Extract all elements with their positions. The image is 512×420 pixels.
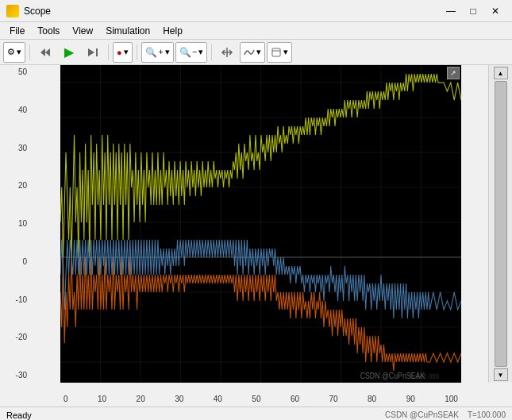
time-display: T=100.000 [468,410,506,419]
status-bar: Ready CSDN @CuPnSEAK T=100.000 [0,407,512,420]
minimize-button[interactable]: — [441,3,461,19]
x-label-80: 80 [368,395,376,403]
y-label-30: 30 [2,144,27,152]
toolbar: ⚙ ▾ ▶ ● ▾ 🔍 + ▾ 🔍 − ▾ [0,40,512,65]
rewind-icon [40,47,51,58]
x-label-60: 60 [291,395,299,403]
zoom-in-icon: 🔍 [145,47,157,58]
separator-4 [211,44,212,60]
svg-marker-1 [45,48,50,56]
scroll-up-button[interactable]: ▲ [494,67,508,79]
dropdown-arrow: ▾ [17,47,21,57]
title-controls[interactable]: — □ ✕ [441,3,506,19]
plot-area[interactable]: CSDN @CuPnSEAK T=100.000 ↗ [60,65,461,383]
step-button[interactable] [82,42,104,63]
x-label-40: 40 [214,395,222,403]
menu-help[interactable]: Help [156,25,189,37]
y-label-neg20: -20 [2,333,27,341]
y-label-neg10: -10 [2,296,27,304]
record-arrow: ▾ [124,47,129,57]
step-icon [87,47,98,58]
record-dropdown[interactable]: ● ▾ [113,42,133,63]
signal-plot: CSDN @CuPnSEAK T=100.000 [60,65,461,383]
y-label-0: 0 [2,258,27,266]
right-scrollbar: ▲ ▼ [488,65,512,383]
menu-file[interactable]: File [3,25,31,37]
y-label-20: 20 [2,182,27,190]
window-title: Scope [24,6,51,17]
tools-arrow: ▾ [283,47,288,57]
settings-dropdown[interactable]: ⚙ ▾ [3,42,25,63]
tools-icon [271,47,282,58]
zoom-arrow: ▾ [165,47,170,57]
status-info: CSDN @CuPnSEAK T=100.000 [385,410,506,419]
gear-icon: ⚙ [7,47,15,57]
zoom-out-arrow: ▾ [198,47,203,57]
menu-view[interactable]: View [66,25,99,37]
zoom-out-dropdown[interactable]: 🔍 − ▾ [175,42,208,63]
record-icon: ● [117,48,122,57]
y-axis-labels: 50 40 30 20 10 0 -10 -20 -30 [0,65,29,383]
title-bar: Scope — □ ✕ [0,0,512,22]
scroll-thumb[interactable] [495,81,507,367]
svg-marker-0 [40,48,45,56]
menu-bar: File Tools View Simulation Help [0,22,512,40]
signal-arrow: ▾ [256,47,261,57]
status-text: Ready [6,410,32,420]
zoom-out-icon: 🔍 [179,47,191,58]
x-label-50: 50 [252,395,260,403]
menu-tools[interactable]: Tools [31,25,66,37]
separator-1 [29,44,30,60]
menu-simulation[interactable]: Simulation [99,25,156,37]
y-label-50: 50 [2,68,27,76]
x-label-30: 30 [175,395,183,403]
svg-rect-3 [96,48,98,56]
scope-icon [6,5,19,17]
svg-marker-2 [88,48,94,56]
zoom-plus: + [159,48,164,56]
y-label-neg30: -30 [2,372,27,380]
separator-2 [108,44,109,60]
plot-container: 50 40 30 20 10 0 -10 -20 -30 [0,65,512,407]
scroll-down-button[interactable]: ▼ [494,368,508,381]
svg-text:T=100.000: T=100.000 [409,372,439,380]
zoom-minus: − [193,48,198,56]
signal-icon [244,47,255,58]
y-label-10: 10 [2,220,27,228]
x-label-20: 20 [137,395,145,403]
zoom-dropdown[interactable]: 🔍 + ▾ [141,42,174,63]
x-label-0: 0 [64,395,68,403]
y-label-40: 40 [2,106,27,114]
watermark-text: CSDN @CuPnSEAK [385,410,459,419]
close-button[interactable]: ✕ [485,3,506,19]
pan-button[interactable] [216,42,238,63]
x-label-100: 100 [445,395,458,403]
title-bar-left: Scope [6,5,51,17]
x-label-70: 70 [329,395,337,403]
signal-dropdown[interactable]: ▾ [240,42,265,63]
maximize-button[interactable]: □ [463,3,483,19]
svg-rect-4 [272,48,280,56]
x-axis-labels: 0 10 20 30 40 50 60 70 80 90 100 [60,393,461,405]
separator-3 [137,44,137,60]
tools-dropdown[interactable]: ▾ [267,42,292,63]
run-button[interactable]: ▶ [58,42,80,63]
rewind-button[interactable] [34,42,56,63]
pan-icon [221,47,233,58]
x-label-10: 10 [98,395,106,403]
zoom-corner-button[interactable]: ↗ [447,67,460,79]
x-label-90: 90 [406,395,415,403]
